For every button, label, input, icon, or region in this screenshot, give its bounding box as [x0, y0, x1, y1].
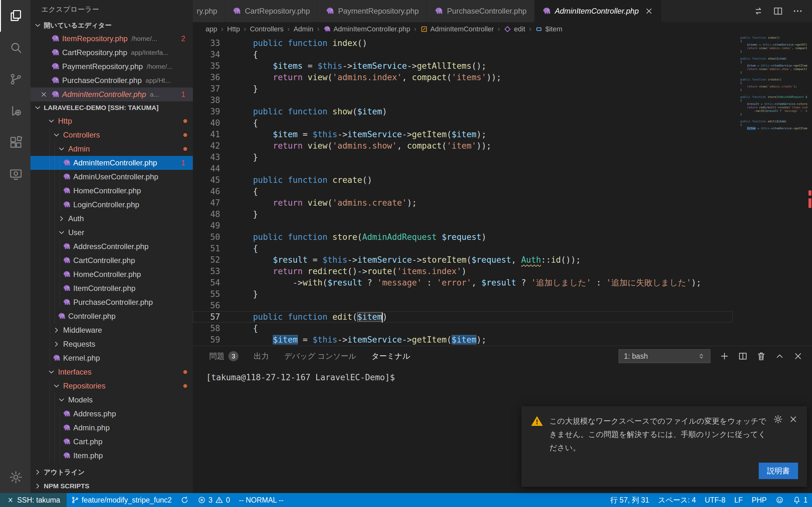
code-line[interactable] — [733, 54, 808, 57]
code-line[interactable]: ->with($result ? 'message' : 'error', $r… — [733, 109, 808, 113]
tab-AdminItemController.php[interactable]: AdminItemController.php — [535, 0, 661, 22]
activity-extensions[interactable] — [0, 127, 31, 158]
code-line[interactable]: } — [733, 71, 808, 74]
code-line[interactable]: } — [733, 113, 808, 116]
status-cursor-position[interactable]: 行 57, 列 31 — [606, 493, 654, 507]
status-branch[interactable]: feature/modify_stripe_func2 — [67, 493, 176, 507]
code-line[interactable]: 35 $items = $this->itemService->getAllIt… — [193, 60, 733, 72]
tab-CartRepository.php[interactable]: CartRepository.php — [224, 0, 318, 22]
code-line[interactable] — [733, 74, 808, 78]
code-line[interactable]: public function show($item) — [733, 57, 808, 60]
sidebar-section-NPM SCRIPTS[interactable]: NPM SCRIPTS — [31, 479, 193, 493]
terminal-select[interactable]: 1: bash — [618, 349, 711, 363]
code-line[interactable]: 33 public function index() — [193, 38, 733, 49]
tab-PurchaseController.php[interactable]: PurchaseController.php — [426, 0, 535, 22]
panel-tab-問題[interactable]: 問題3 — [209, 351, 239, 361]
open-changes[interactable] — [753, 6, 764, 16]
tree-item[interactable]: Middleware — [31, 323, 193, 337]
tab-PaymentRepository.php[interactable]: PaymentRepository.php — [318, 0, 426, 22]
open-editor-item[interactable]: CartRepository.phpapp/Interfa... — [31, 46, 193, 60]
code-line[interactable]: $items = $this->itemService->getAllItems… — [733, 43, 808, 47]
activity-remote-explorer[interactable] — [0, 158, 31, 190]
tree-item[interactable]: Address.php — [31, 407, 193, 421]
overview-ruler[interactable] — [808, 36, 812, 346]
code-line[interactable]: return redirect()->route('items.index') — [733, 106, 808, 109]
tab-ry.php[interactable]: ry.php — [193, 0, 224, 22]
code-line[interactable]: 36 return view('admins.index', compact('… — [193, 72, 733, 83]
code-line[interactable]: 47 return view('admins.create'); — [193, 197, 733, 209]
code-line[interactable]: 44 — [193, 163, 733, 174]
breadcrumb-item[interactable]: app — [206, 25, 217, 33]
code-line[interactable]: 34 { — [193, 49, 733, 60]
code-line[interactable]: 56 — [193, 300, 733, 311]
tree-item[interactable]: HomeController.php — [31, 268, 193, 281]
code-line[interactable]: public function edit($item) — [733, 120, 808, 123]
code-line[interactable]: $item = $this->itemService->getItem($ite… — [733, 64, 808, 67]
activity-source-control[interactable] — [0, 63, 31, 95]
breadcrumb-item[interactable]: edit — [504, 25, 525, 33]
breadcrumb-item[interactable]: Http — [227, 25, 240, 33]
panel-tab-デバッグ コンソール[interactable]: デバッグ コンソール — [284, 351, 356, 361]
tree-item[interactable]: Http — [31, 114, 193, 128]
open-editors-header[interactable]: 開いているエディター — [31, 19, 193, 32]
status-feedback[interactable] — [771, 493, 788, 507]
notification-settings-icon[interactable] — [773, 414, 783, 424]
status-indentation[interactable]: スペース: 4 — [654, 493, 700, 507]
more-actions[interactable] — [792, 6, 803, 16]
code-line[interactable]: } — [733, 50, 808, 54]
tree-header[interactable]: LARAVELEC-DEMO [SSH: TAKUMA] — [31, 101, 193, 114]
notification-close-icon[interactable] — [789, 414, 798, 424]
split-editor[interactable] — [773, 6, 783, 16]
code-line[interactable]: { — [733, 99, 808, 102]
tree-item[interactable]: User — [31, 226, 193, 239]
tree-item[interactable]: Item.php — [31, 449, 193, 463]
code-line[interactable]: 46 { — [193, 186, 733, 197]
activity-settings[interactable] — [0, 461, 31, 493]
tree-item[interactable]: AdminItemController.php1 — [31, 156, 193, 170]
code-line[interactable]: public function create() — [733, 78, 808, 81]
code-line[interactable]: 38 — [193, 95, 733, 106]
tree-item[interactable]: Admin — [31, 142, 193, 156]
code-line[interactable]: 52 $result = $this->itemService->storeIt… — [193, 254, 733, 266]
code-editor[interactable]: 33 public function index()34 {35 $items … — [193, 36, 812, 346]
code-line[interactable]: 43 } — [193, 152, 733, 163]
tree-item[interactable]: ItemController.php — [31, 281, 193, 295]
new-terminal[interactable] — [719, 351, 729, 361]
tree-item[interactable]: Models — [31, 393, 193, 407]
tree-item[interactable]: Repositories — [31, 379, 193, 393]
kill-terminal[interactable] — [756, 351, 766, 361]
notification-action-button[interactable]: 説明書 — [759, 463, 798, 479]
code-line[interactable]: return view('admins.create'); — [733, 85, 808, 89]
tree-item[interactable]: CartController.php — [31, 253, 193, 268]
tree-item[interactable]: Controllers — [31, 128, 193, 142]
code-line[interactable]: 42 return view('admins.show', compact('i… — [193, 140, 733, 152]
code-line[interactable]: 57 public function edit($item) — [193, 311, 733, 323]
open-editor-item[interactable]: AdminItemController.phpa...1 — [31, 88, 193, 101]
code-line[interactable]: return view('admins.show', compact('item… — [733, 67, 808, 71]
breadcrumb-item[interactable]: Admin — [293, 25, 313, 33]
code-line[interactable]: 51 { — [193, 243, 733, 254]
code-line[interactable] — [733, 116, 808, 120]
activity-search[interactable] — [0, 32, 31, 63]
code-line[interactable]: 54 ->with($result ? 'message' : 'error',… — [193, 277, 733, 288]
code-line[interactable] — [733, 92, 808, 95]
code-line[interactable]: 45 public function create() — [193, 174, 733, 186]
code-line[interactable]: 49 — [193, 220, 733, 231]
code-line[interactable]: 39 public function show($item) — [193, 106, 733, 117]
code-line[interactable]: 37 } — [193, 83, 733, 95]
code-line[interactable]: 41 $item = $this->itemService->getItem($… — [193, 129, 733, 140]
status-eol[interactable]: LF — [730, 493, 747, 507]
code-line[interactable]: $item = $this->itemService->getItem($ite… — [733, 127, 808, 130]
code-line[interactable]: 53 return redirect()->route('items.index… — [193, 266, 733, 277]
code-area[interactable]: 33 public function index()34 {35 $items … — [193, 38, 733, 345]
status-sync[interactable] — [176, 493, 193, 507]
code-line[interactable]: } — [733, 89, 808, 92]
minimap[interactable]: public function index() { $items = $this… — [733, 36, 808, 346]
code-line[interactable]: { — [733, 40, 808, 43]
maximize-panel[interactable] — [774, 351, 785, 361]
tree-item[interactable]: AddressController.php — [31, 239, 193, 253]
code-line[interactable]: 59 $item = $this->itemService->getItem($… — [193, 334, 733, 345]
code-line[interactable]: $result = $this->itemService->storeItem(… — [733, 102, 808, 106]
status-notifications[interactable]: 1 — [788, 493, 812, 507]
code-line[interactable]: return view('admins.index', compact('ite… — [733, 47, 808, 50]
